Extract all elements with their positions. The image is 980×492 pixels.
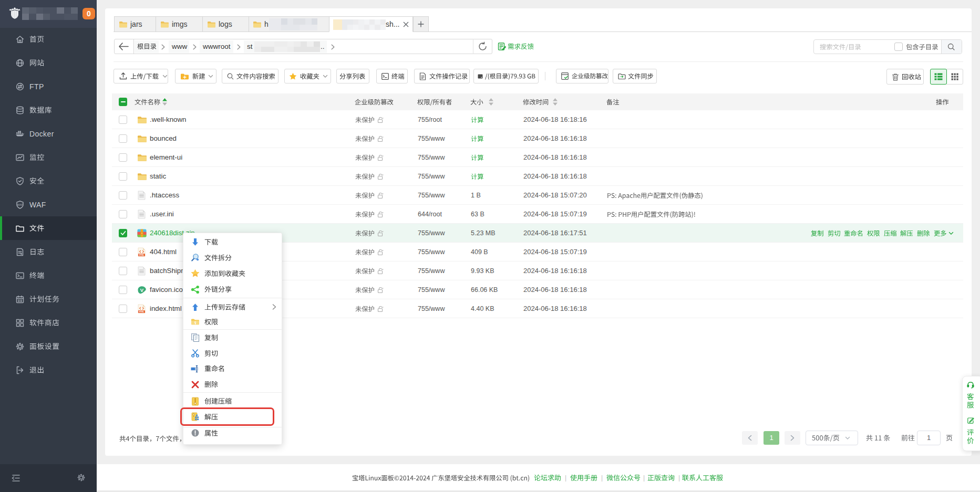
svg-text:HTML: HTML [139,254,145,256]
svg-text:WAF: WAF [17,203,23,206]
svg-text:HTML: HTML [139,311,145,313]
svg-text:V: V [140,287,144,293]
